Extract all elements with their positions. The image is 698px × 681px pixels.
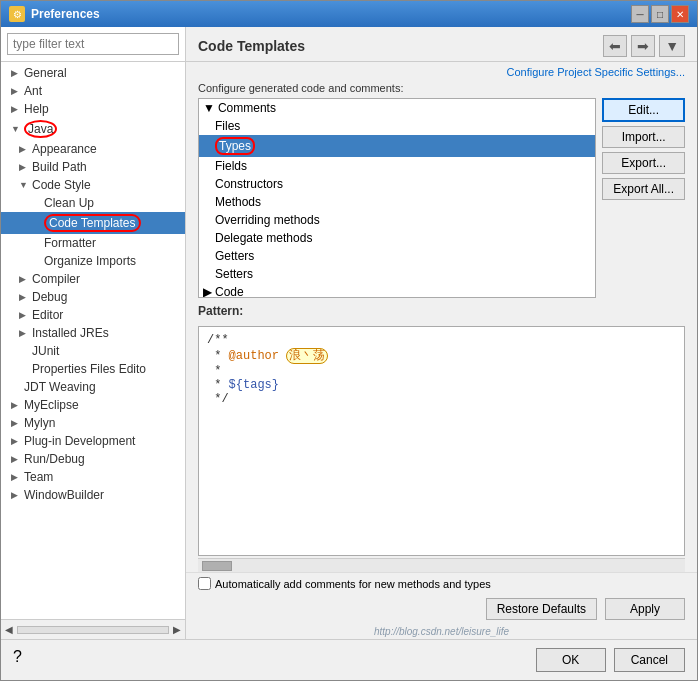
template-item-label: Comments xyxy=(218,101,276,115)
restore-defaults-button[interactable]: Restore Defaults xyxy=(486,598,597,620)
cancel-button[interactable]: Cancel xyxy=(614,648,685,672)
sidebar-item-label: Code Style xyxy=(32,178,91,192)
import-button[interactable]: Import... xyxy=(602,126,685,148)
template-item-delegate[interactable]: Delegate methods xyxy=(199,229,595,247)
arrow-icon: ▶ xyxy=(11,400,21,410)
right-panel: Code Templates ⬅ ➡ ▼ Configure Project S… xyxy=(186,27,697,639)
ok-button[interactable]: OK xyxy=(536,648,606,672)
sidebar-item-java[interactable]: ▼ Java xyxy=(1,118,185,140)
sidebar-item-jdtweaving[interactable]: JDT Weaving xyxy=(1,378,185,396)
help-icon[interactable]: ? xyxy=(13,648,22,672)
sidebar-item-codetemplates[interactable]: Code Templates xyxy=(1,212,185,234)
export-button[interactable]: Export... xyxy=(602,152,685,174)
sidebar-item-plugindevelopment[interactable]: ▶ Plug-in Development xyxy=(1,432,185,450)
template-item-label: Types xyxy=(215,137,255,155)
sidebar-item-label: Editor xyxy=(32,308,63,322)
watermark: http://blog.csdn.net/leisure_life xyxy=(186,624,697,639)
sidebar-item-organizeimports[interactable]: Organize Imports xyxy=(1,252,185,270)
sidebar-item-rundebug[interactable]: ▶ Run/Debug xyxy=(1,450,185,468)
template-item-label: Constructors xyxy=(215,177,283,191)
template-item-setters[interactable]: Setters xyxy=(199,265,595,283)
expand-icon: ▶ xyxy=(203,285,212,298)
pattern-label: Pattern: xyxy=(198,304,685,318)
title-controls: ─ □ ✕ xyxy=(631,5,689,23)
sidebar-item-ant[interactable]: ▶ Ant xyxy=(1,82,185,100)
template-item-constructors[interactable]: Constructors xyxy=(199,175,595,193)
bottom-buttons: ? OK Cancel xyxy=(1,639,697,680)
sidebar-item-junit[interactable]: JUnit xyxy=(1,342,185,360)
template-item-code[interactable]: ▶ Code xyxy=(199,283,595,298)
configure-project-link[interactable]: Configure Project Specific Settings... xyxy=(186,62,697,82)
sidebar-item-formatter[interactable]: Formatter xyxy=(1,234,185,252)
left-scroll-bar[interactable]: ◀ ▶ xyxy=(1,619,185,639)
apply-button[interactable]: Apply xyxy=(605,598,685,620)
back-button[interactable]: ⬅ xyxy=(603,35,627,57)
edit-button[interactable]: Edit... xyxy=(602,98,685,122)
arrow-icon: ▶ xyxy=(11,86,21,96)
arrow-icon: ▶ xyxy=(19,310,29,320)
template-item-comments[interactable]: ▼ Comments xyxy=(199,99,595,117)
forward-button[interactable]: ➡ xyxy=(631,35,655,57)
search-input[interactable] xyxy=(7,33,179,55)
sidebar-item-compiler[interactable]: ▶ Compiler xyxy=(1,270,185,288)
template-item-methods[interactable]: Methods xyxy=(199,193,595,211)
arrow-icon: ▶ xyxy=(19,162,29,172)
sidebar-item-codestyle[interactable]: ▼ Code Style xyxy=(1,176,185,194)
template-item-files[interactable]: Files xyxy=(199,117,595,135)
export-all-button[interactable]: Export All... xyxy=(602,178,685,200)
sidebar-item-label: Compiler xyxy=(32,272,80,286)
template-item-label: Code xyxy=(215,285,244,298)
template-item-label: Setters xyxy=(215,267,253,281)
sidebar-item-myeclipse[interactable]: ▶ MyEclipse xyxy=(1,396,185,414)
sidebar-item-label: Installed JREs xyxy=(32,326,109,340)
template-item-label: Overriding methods xyxy=(215,213,320,227)
checkbox-label: Automatically add comments for new metho… xyxy=(215,578,491,590)
scroll-right-icon[interactable]: ▶ xyxy=(173,624,181,635)
template-item-fields[interactable]: Fields xyxy=(199,157,595,175)
sidebar-item-windowbuilder[interactable]: ▶ WindowBuilder xyxy=(1,486,185,504)
sidebar-item-installedjres[interactable]: ▶ Installed JREs xyxy=(1,324,185,342)
pattern-editor[interactable]: /** * @author 浪丶荡 * * ${tags} */ xyxy=(198,326,685,556)
template-item-types[interactable]: Types xyxy=(199,135,595,157)
sidebar-item-label: Team xyxy=(24,470,53,484)
close-button[interactable]: ✕ xyxy=(671,5,689,23)
templates-area: ▼ Comments Files Types Fields xyxy=(186,98,697,298)
sidebar-item-cleanup[interactable]: Clean Up xyxy=(1,194,185,212)
sidebar-item-help[interactable]: ▶ Help xyxy=(1,100,185,118)
minimize-button[interactable]: ─ xyxy=(631,5,649,23)
sidebar-item-team[interactable]: ▶ Team xyxy=(1,468,185,486)
menu-button[interactable]: ▼ xyxy=(659,35,685,57)
maximize-button[interactable]: □ xyxy=(651,5,669,23)
sidebar-item-label: Help xyxy=(24,102,49,116)
template-tree: ▼ Comments Files Types Fields xyxy=(198,98,596,298)
sidebar-item-appearance[interactable]: ▶ Appearance xyxy=(1,140,185,158)
arrow-icon: ▶ xyxy=(11,418,21,428)
pattern-section: Pattern: xyxy=(186,298,697,326)
scroll-left-icon[interactable]: ◀ xyxy=(5,624,13,635)
sidebar-item-label: Properties Files Edito xyxy=(32,362,146,376)
sidebar-item-label: General xyxy=(24,66,67,80)
sidebar-item-general[interactable]: ▶ General xyxy=(1,64,185,82)
header-actions: ⬅ ➡ ▼ xyxy=(603,35,685,57)
template-item-label: Fields xyxy=(215,159,247,173)
template-item-label: Files xyxy=(215,119,240,133)
arrow-icon: ▶ xyxy=(11,68,21,78)
sidebar-item-editor[interactable]: ▶ Editor xyxy=(1,306,185,324)
configure-label: Configure generated code and comments: xyxy=(186,82,697,98)
sidebar-item-label: Ant xyxy=(24,84,42,98)
expand-icon: ▼ xyxy=(203,101,215,115)
sidebar-item-mylyn[interactable]: ▶ Mylyn xyxy=(1,414,185,432)
template-item-getters[interactable]: Getters xyxy=(199,247,595,265)
sidebar-item-label: Organize Imports xyxy=(44,254,136,268)
auto-comments-checkbox[interactable] xyxy=(198,577,211,590)
arrow-icon: ▶ xyxy=(19,274,29,284)
template-item-overriding[interactable]: Overriding methods xyxy=(199,211,595,229)
sidebar-item-debug[interactable]: ▶ Debug xyxy=(1,288,185,306)
sidebar-item-buildpath[interactable]: ▶ Build Path xyxy=(1,158,185,176)
arrow-icon: ▶ xyxy=(11,490,21,500)
scroll-thumb[interactable] xyxy=(202,561,232,571)
arrow-icon: ▶ xyxy=(19,292,29,302)
horizontal-scrollbar[interactable] xyxy=(198,558,685,572)
arrow-icon: ▼ xyxy=(11,124,21,134)
sidebar-item-propertiesfiles[interactable]: Properties Files Edito xyxy=(1,360,185,378)
